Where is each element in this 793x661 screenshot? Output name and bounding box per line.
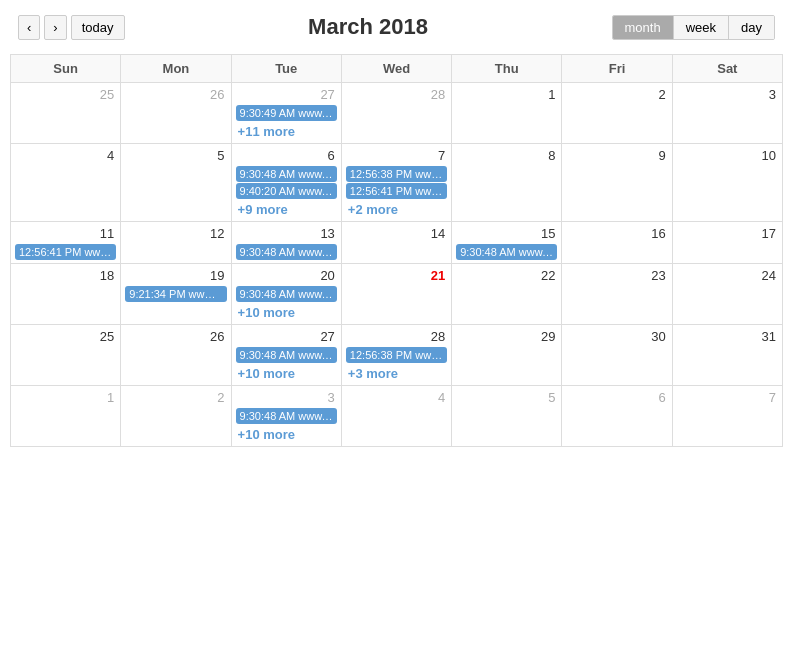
calendar-cell: 8	[452, 144, 562, 222]
week-row-3: 18199:21:34 PM www.blah.com/209:30:48 AM…	[11, 264, 783, 325]
calendar-cell: 2812:56:38 PM www.blah.com/+3 more	[341, 325, 451, 386]
day-number: 26	[123, 327, 228, 346]
calendar-event[interactable]: 9:30:49 AM www.blah.com/	[236, 105, 337, 121]
calendar-cell: 12	[121, 222, 231, 264]
day-number: 2	[123, 388, 228, 407]
day-number: 25	[13, 85, 118, 104]
day-number: 4	[13, 146, 118, 165]
day-number: 26	[123, 85, 228, 104]
day-number: 9	[564, 146, 669, 165]
day-number: 2	[564, 85, 669, 104]
col-mon: Mon	[121, 55, 231, 83]
day-number: 6	[564, 388, 669, 407]
calendar-cell: 2	[562, 83, 672, 144]
day-number: 28	[344, 85, 449, 104]
calendar-cell: 9	[562, 144, 672, 222]
day-number: 8	[454, 146, 559, 165]
calendar-event[interactable]: 12:56:41 PM www.foo.com/	[346, 183, 447, 199]
calendar-cell: 1	[452, 83, 562, 144]
today-button[interactable]: today	[71, 15, 125, 40]
calendar-cell: 1112:56:41 PM www.foo.com/	[11, 222, 121, 264]
day-number: 16	[564, 224, 669, 243]
calendar-event[interactable]: 9:30:48 AM www.blah.com/	[236, 244, 337, 260]
calendar-cell: 6	[562, 386, 672, 447]
more-events-link[interactable]: +2 more	[344, 200, 449, 219]
calendar-cell: 23	[562, 264, 672, 325]
calendar-title: March 2018	[308, 14, 428, 40]
day-number: 29	[454, 327, 559, 346]
col-sun: Sun	[11, 55, 121, 83]
calendar-cell: 69:30:48 AM www.blah.com/9:40:20 AM www.…	[231, 144, 341, 222]
day-number: 5	[454, 388, 559, 407]
calendar-wrapper: ‹ › today March 2018 month week day Sun …	[0, 0, 793, 457]
more-events-link[interactable]: +10 more	[234, 364, 339, 383]
more-events-link[interactable]: +9 more	[234, 200, 339, 219]
col-thu: Thu	[452, 55, 562, 83]
next-button[interactable]: ›	[44, 15, 66, 40]
calendar-event[interactable]: 9:40:20 AM www.foo.com/	[236, 183, 337, 199]
day-number: 12	[123, 224, 228, 243]
calendar-cell: 18	[11, 264, 121, 325]
day-number: 6	[234, 146, 339, 165]
calendar-event[interactable]: 9:30:48 AM www.blah.com/	[236, 166, 337, 182]
calendar-event[interactable]: 9:30:48 AM www.blah.com/	[236, 347, 337, 363]
calendar-cell: 2	[121, 386, 231, 447]
week-row-4: 2526279:30:48 AM www.blah.com/+10 more28…	[11, 325, 783, 386]
day-number: 22	[454, 266, 559, 285]
calendar-cell: 25	[11, 83, 121, 144]
calendar-table: Sun Mon Tue Wed Thu Fri Sat 2526279:30:4…	[10, 54, 783, 447]
calendar-cell: 39:30:48 AM www.blah.com/+10 more	[231, 386, 341, 447]
week-row-1: 4569:30:48 AM www.blah.com/9:40:20 AM ww…	[11, 144, 783, 222]
days-of-week-row: Sun Mon Tue Wed Thu Fri Sat	[11, 55, 783, 83]
week-row-5: 1239:30:48 AM www.blah.com/+10 more4567	[11, 386, 783, 447]
calendar-event[interactable]: 12:56:38 PM www.blah.com/	[346, 347, 447, 363]
calendar-cell: 14	[341, 222, 451, 264]
month-view-button[interactable]: month	[613, 16, 674, 39]
calendar-cell: 16	[562, 222, 672, 264]
col-wed: Wed	[341, 55, 451, 83]
calendar-event[interactable]: 9:30:48 AM www.blah.com/	[236, 408, 337, 424]
calendar-event[interactable]: 9:30:48 AM www.blah.com/	[236, 286, 337, 302]
day-number: 31	[675, 327, 780, 346]
calendar-event[interactable]: 9:21:34 PM www.blah.com/	[125, 286, 226, 302]
day-number: 14	[344, 224, 449, 243]
more-events-link[interactable]: +11 more	[234, 122, 339, 141]
day-number: 1	[13, 388, 118, 407]
day-number: 3	[234, 388, 339, 407]
calendar-event[interactable]: 12:56:41 PM www.foo.com/	[15, 244, 116, 260]
day-number: 7	[344, 146, 449, 165]
day-number: 18	[13, 266, 118, 285]
nav-controls: ‹ › today	[18, 15, 125, 40]
calendar-cell: 25	[11, 325, 121, 386]
more-events-link[interactable]: +10 more	[234, 303, 339, 322]
prev-button[interactable]: ‹	[18, 15, 40, 40]
calendar-cell: 28	[341, 83, 451, 144]
calendar-cell: 30	[562, 325, 672, 386]
day-view-button[interactable]: day	[729, 16, 774, 39]
calendar-event[interactable]: 12:56:38 PM www.blah.com/	[346, 166, 447, 182]
col-tue: Tue	[231, 55, 341, 83]
more-events-link[interactable]: +3 more	[344, 364, 449, 383]
calendar-cell: 7	[672, 386, 782, 447]
day-number: 19	[123, 266, 228, 285]
calendar-cell: 5	[121, 144, 231, 222]
calendar-cell: 24	[672, 264, 782, 325]
calendar-cell: 21	[341, 264, 451, 325]
calendar-cell: 279:30:48 AM www.blah.com/+10 more	[231, 325, 341, 386]
day-number: 15	[454, 224, 559, 243]
view-controls: month week day	[612, 15, 775, 40]
day-number: 21	[344, 266, 449, 285]
calendar-event[interactable]: 9:30:48 AM www.blah.com/	[456, 244, 557, 260]
calendar-cell: 17	[672, 222, 782, 264]
week-view-button[interactable]: week	[674, 16, 729, 39]
calendar-cell: 31	[672, 325, 782, 386]
day-number: 27	[234, 85, 339, 104]
more-events-link[interactable]: +10 more	[234, 425, 339, 444]
day-number: 28	[344, 327, 449, 346]
calendar-cell: 199:21:34 PM www.blah.com/	[121, 264, 231, 325]
calendar-cell: 29	[452, 325, 562, 386]
calendar-cell: 1	[11, 386, 121, 447]
week-row-0: 2526279:30:49 AM www.blah.com/+11 more28…	[11, 83, 783, 144]
calendar-cell: 26	[121, 83, 231, 144]
calendar-cell: 712:56:38 PM www.blah.com/12:56:41 PM ww…	[341, 144, 451, 222]
